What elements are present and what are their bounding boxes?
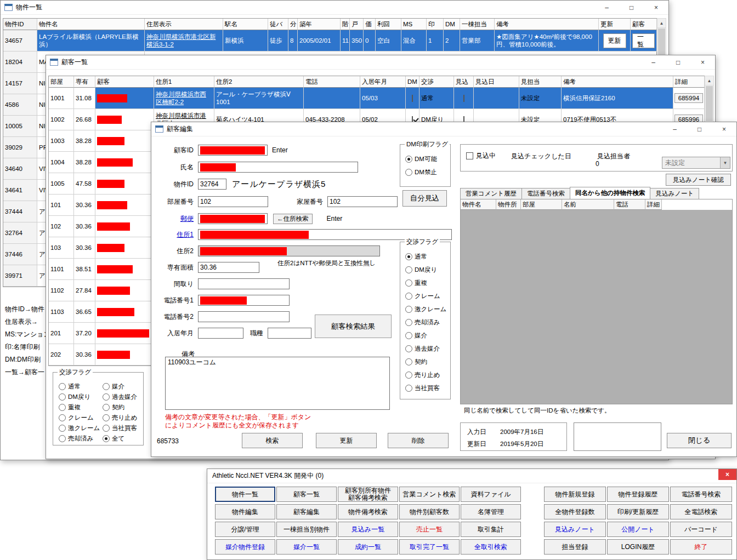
area-input[interactable]: 30.36 — [198, 262, 259, 273]
launcher-button[interactable]: 分譲/管理 — [215, 522, 275, 537]
col-header[interactable]: 一棟担当 — [460, 19, 495, 30]
launcher-button[interactable]: 全電話検索 — [670, 504, 732, 519]
launcher-button[interactable]: 電話番号検索 — [670, 487, 732, 502]
addr1-link[interactable]: 住所1 — [177, 231, 194, 238]
nego-flag-radio[interactable]: 売却済み — [405, 316, 446, 329]
scroll-up-icon[interactable]: ▲ — [705, 76, 713, 85]
col-header[interactable]: 部屋 — [521, 199, 562, 210]
col-header[interactable]: 電話 — [614, 199, 645, 210]
mikomi-checkbox-row[interactable]: 見込中 — [466, 151, 496, 161]
col-header[interactable]: 部屋 — [49, 76, 74, 88]
launcher-button[interactable]: 物件備考検索 — [338, 504, 398, 519]
launcher-button[interactable]: LOGIN履歴 — [607, 539, 669, 555]
mikomi-checkbox[interactable] — [463, 95, 464, 102]
titlebar-customer-list[interactable]: 顧客一覧 – □ × — [46, 55, 715, 70]
nego-flag-radio[interactable]: 契約 — [405, 355, 446, 368]
launcher-button[interactable]: 名簿管理 — [461, 504, 521, 519]
dm-checkbox[interactable] — [412, 95, 413, 102]
postal-input[interactable] — [198, 213, 268, 224]
col-header[interactable]: 専有 — [74, 76, 95, 88]
col-header[interactable]: 分 — [288, 19, 298, 30]
movein-input[interactable] — [198, 328, 243, 339]
search-button[interactable]: 検索 — [242, 433, 303, 448]
mikomi-note-confirm-button[interactable]: 見込みノート確認 — [666, 174, 731, 186]
house-no-input[interactable]: 102 — [327, 196, 398, 207]
titlebar-customer-edit[interactable]: 顧客編集 – □ × — [151, 122, 736, 136]
nego-flag-radio[interactable]: クレーム — [405, 289, 446, 302]
table-row[interactable]: 34657 LAプライル新横浜（LAPRYLE新横浜） 神奈川県横浜市港北区新横… — [3, 30, 656, 52]
col-header[interactable]: 顧客 — [631, 19, 657, 30]
col-header[interactable]: 名前 — [562, 199, 614, 210]
launcher-button[interactable]: 顧客別所有物件 顧客備考検索 — [338, 487, 398, 502]
nego-radio[interactable]: 重複 — [59, 402, 100, 413]
col-header[interactable]: 見込 — [454, 76, 474, 88]
update-button[interactable]: 更新 — [316, 433, 377, 448]
launcher-button[interactable]: 物件新規登録 — [544, 487, 606, 502]
nego-radio[interactable]: 全て — [103, 433, 138, 444]
tab[interactable]: 見込みノート — [650, 188, 699, 199]
maximize-button[interactable]: □ — [619, 1, 644, 15]
launcher-button[interactable]: 印刷/更新履歴 — [607, 504, 669, 519]
titlebar-property-list[interactable]: 物件一覧 – □ × — [1, 1, 668, 15]
launcher-button[interactable]: 媒介物件登録 — [215, 539, 275, 555]
scrollbar-thumb[interactable] — [706, 86, 713, 121]
close-button[interactable]: × — [690, 55, 715, 70]
col-header[interactable]: 住居表示 — [145, 19, 223, 30]
col-header[interactable]: 備考 — [495, 19, 599, 30]
launcher-button[interactable]: 物件編集 — [215, 504, 275, 519]
dm-flag-radio[interactable]: DM禁止 — [405, 165, 437, 179]
col-header[interactable]: 利回 — [376, 19, 401, 30]
postal-link[interactable]: 郵便 — [180, 215, 194, 222]
address-search-button[interactable]: ←住所検索 — [273, 214, 313, 224]
col-header[interactable]: 住所1 — [154, 76, 214, 88]
col-header[interactable]: 見担当 — [519, 76, 562, 88]
col-header[interactable]: 物件ID — [3, 19, 37, 30]
maximize-button[interactable]: □ — [687, 122, 712, 136]
nego-flag-radio[interactable]: 売り止め — [405, 368, 446, 381]
launcher-button[interactable]: 公開ノート — [607, 522, 669, 537]
nego-flag-radio[interactable]: 重複 — [405, 276, 446, 289]
col-header[interactable]: 階 — [341, 19, 350, 30]
col-header[interactable]: 備考 — [562, 76, 673, 88]
launcher-button[interactable]: 担当登録 — [544, 539, 606, 555]
col-header[interactable]: 詳細 — [673, 76, 705, 88]
launcher-button[interactable]: 取引集計 — [461, 522, 521, 537]
minimize-button[interactable]: – — [662, 122, 687, 136]
col-header[interactable]: 見込日 — [474, 76, 519, 88]
col-header[interactable]: 電話 — [304, 76, 360, 88]
launcher-button[interactable]: 営業コメント検索 — [399, 487, 460, 502]
col-header[interactable]: MS — [401, 19, 427, 30]
launcher-button[interactable]: 資料ファイル — [461, 487, 521, 502]
room-no-input[interactable]: 102 — [198, 196, 268, 207]
nego-flag-radio[interactable]: 当社買客 — [405, 381, 446, 395]
launcher-button[interactable]: 物件登録履歴 — [607, 487, 669, 502]
minimize-button[interactable]: – — [594, 1, 619, 15]
update-button[interactable]: 更新 — [603, 33, 626, 48]
tab[interactable]: 電話番号検索 — [521, 188, 570, 199]
col-header[interactable]: 更新 — [599, 19, 631, 30]
remark-textarea[interactable]: 110903ユーコム — [165, 357, 390, 410]
col-header[interactable]: DM — [444, 19, 460, 30]
col-header[interactable]: 築年 — [298, 19, 341, 30]
tel2-input[interactable] — [198, 311, 290, 322]
nego-radio[interactable]: 売り止め — [103, 413, 138, 423]
mikomi-checkbox[interactable] — [466, 152, 473, 159]
tel1-input[interactable] — [198, 295, 290, 306]
col-header[interactable]: DM — [406, 76, 419, 88]
nego-flag-radio[interactable]: 過去媒介 — [405, 342, 446, 355]
nego-radio[interactable]: クレーム — [59, 413, 100, 423]
list-button[interactable]: 一覧 — [632, 33, 655, 48]
col-header[interactable]: 顧客 — [95, 76, 154, 88]
nego-flag-radio[interactable]: 激クレーム — [405, 302, 446, 316]
titlebar-launcher[interactable]: Athletic Nccl.NET VER4.3K 開発中 (0) × — [207, 469, 736, 483]
col-header[interactable]: 交渉 — [419, 76, 454, 88]
col-header[interactable]: 詳細 — [645, 199, 662, 210]
madori-input[interactable] — [198, 278, 290, 289]
launcher-button[interactable]: 取引完了一覧 — [399, 539, 460, 555]
col-header[interactable]: 入居年月 — [360, 76, 406, 88]
nego-radio[interactable]: 通常 — [59, 381, 100, 392]
nego-radio[interactable]: 媒介 — [103, 381, 138, 392]
dm-flag-radio[interactable]: DM可能 — [405, 152, 437, 165]
nego-radio[interactable]: 契約 — [103, 402, 138, 413]
close-button[interactable]: × — [712, 122, 736, 136]
